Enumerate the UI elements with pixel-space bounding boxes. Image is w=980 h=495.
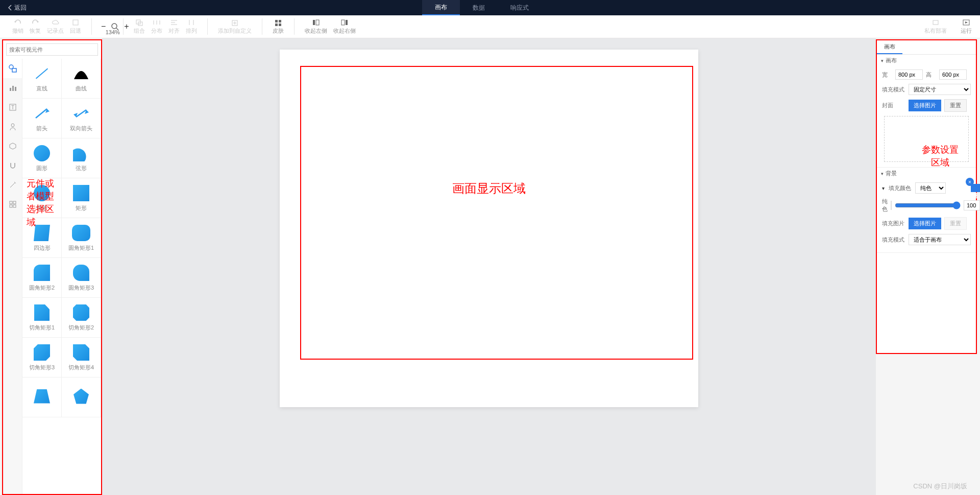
bg-fill-mode-select[interactable]: 适合于画布 [909,234,971,245]
shape-item[interactable]: 圆角矩形1 [62,218,101,258]
svg-rect-16 [275,20,278,22]
rail-grid[interactable] [3,195,22,214]
distribute-button[interactable]: 分布 [148,19,165,35]
rail-shapes[interactable] [3,59,22,78]
shape-item[interactable]: 圆角矩形3 [62,258,101,298]
section-head-bg[interactable]: 背景 [877,168,976,179]
svg-rect-20 [313,20,315,25]
zoom-value: 134% [106,29,120,35]
bg-reset-button[interactable]: 重置 [944,217,967,230]
collapse-right-button[interactable]: 收起右侧 [330,19,359,35]
shape-item[interactable]: 曲线 [62,59,101,99]
svg-rect-18 [275,23,278,26]
opacity-slider[interactable] [895,201,961,209]
redo-button[interactable]: 恢复 [27,19,44,35]
shape-item[interactable] [22,378,62,417]
svg-rect-35 [13,201,16,204]
run-button[interactable]: 运行 [958,19,975,35]
cover-upload-area[interactable] [884,116,969,162]
arrange-button[interactable]: 排列 [183,19,200,35]
rail-magic[interactable] [3,175,22,195]
fill-mode-select[interactable]: 固定尺寸 [909,84,971,95]
rail-magnet[interactable] [3,156,22,175]
svg-rect-29 [12,86,14,91]
shape-item[interactable]: 双向箭头 [62,99,101,138]
search-input[interactable] [6,43,98,56]
nav-tabs: 画布 数据 响应式 [422,0,542,15]
opacity-input[interactable] [964,200,980,210]
svg-line-39 [76,110,86,117]
shape-label: 切角矩形3 [29,364,55,371]
section-head-canvas[interactable]: 画布 [877,55,976,66]
shape-label: 切角矩形2 [68,324,94,332]
align-button[interactable]: 对齐 [165,19,183,35]
rail-component[interactable] [3,136,22,156]
skin-button[interactable]: 皮肤 [270,19,287,35]
shape-item[interactable]: 直线 [22,59,62,99]
cover-label: 封面 [882,102,905,109]
shape-item[interactable]: 切角矩形2 [62,298,101,338]
canvas[interactable]: 画面显示区域 [280,50,698,407]
svg-rect-21 [316,20,319,25]
shape-grid: 元件或者模型选择区域 直线曲线箭头双向箭头圆形弦形饼形矩形四边形圆角矩形1圆角矩… [22,59,101,494]
shape-label: 饼形 [36,204,47,212]
skin-icon [274,19,282,26]
bg-select-image-button[interactable]: 选择图片 [909,218,941,229]
rp-tab-canvas[interactable]: 画布 [877,40,902,54]
collapse-left-button[interactable]: 收起左侧 [302,19,330,35]
rail-text[interactable]: T [3,98,22,117]
shape-label: 双向箭头 [70,125,92,132]
svg-rect-37 [13,205,16,207]
rollback-button[interactable]: 回退 [67,19,84,35]
shape-item[interactable]: 箭头 [22,99,62,138]
shape-label: 圆角矩形1 [68,244,94,252]
svg-rect-0 [73,20,78,25]
reset-button[interactable]: 重置 [944,99,967,112]
rail-chart[interactable] [3,78,22,98]
svg-rect-36 [10,205,12,207]
fill-image-label: 填充图片 [882,220,905,227]
shape-item[interactable] [62,378,101,417]
rail-person[interactable] [3,117,22,136]
group-button[interactable]: 组合 [131,19,148,35]
checkpoint-button[interactable]: 记录点 [44,19,67,35]
shape-item[interactable]: 切角矩形4 [62,338,101,378]
shape-item[interactable]: 饼形 [22,178,62,218]
shape-item[interactable]: 矩形 [62,178,101,218]
tab-data[interactable]: 数据 [460,0,498,15]
back-button[interactable]: 返回 [0,4,34,12]
canvas-area[interactable]: 画面显示区域 [102,38,876,495]
feedback-tab[interactable]: 反馈意见 [971,184,980,192]
chevron-left-icon [8,5,12,11]
shape-item[interactable]: 切角矩形1 [22,298,62,338]
tab-responsive[interactable]: 响应式 [498,0,542,15]
shape-item[interactable]: 圆形 [22,138,62,178]
svg-rect-24 [933,20,938,25]
shape-item[interactable]: 弦形 [62,138,101,178]
text-icon: T [9,103,17,111]
shapes-icon [8,64,17,73]
shape-label: 弦形 [76,164,87,172]
shape-item[interactable]: 切角矩形3 [22,338,62,378]
magic-icon [9,181,17,189]
shape-item[interactable]: 圆角矩形2 [22,258,62,298]
width-input[interactable] [895,69,923,80]
height-input[interactable] [939,69,967,80]
fill-color-select[interactable]: 纯色 [915,182,946,194]
undo-button[interactable]: 撤销 [9,19,27,35]
redo-icon [31,19,39,26]
right-panel: 画布 画布 宽 高 填充模式 固定尺寸 封面 选择图片 重置 [876,39,977,354]
component-icon [9,142,17,150]
shape-label: 圆角矩形2 [29,284,55,292]
shape-item[interactable]: 四边形 [22,218,62,258]
private-deploy-button[interactable]: 私有部署 [921,19,950,35]
tab-canvas[interactable]: 画布 [422,0,460,15]
align-icon [170,19,178,26]
main-area: T 元件或者模型选择区域 直线曲线箭头双向箭头圆形弦形饼形矩形四边形圆角矩形1圆… [0,38,980,495]
add-custom-button[interactable]: 添加到自定义 [215,19,255,35]
watermark: CSDN @日川岗坂 [913,482,967,491]
select-image-button[interactable]: 选择图片 [909,100,941,111]
color-swatch[interactable] [891,201,892,210]
collapse-left-icon [312,19,320,26]
deploy-icon [932,19,940,26]
